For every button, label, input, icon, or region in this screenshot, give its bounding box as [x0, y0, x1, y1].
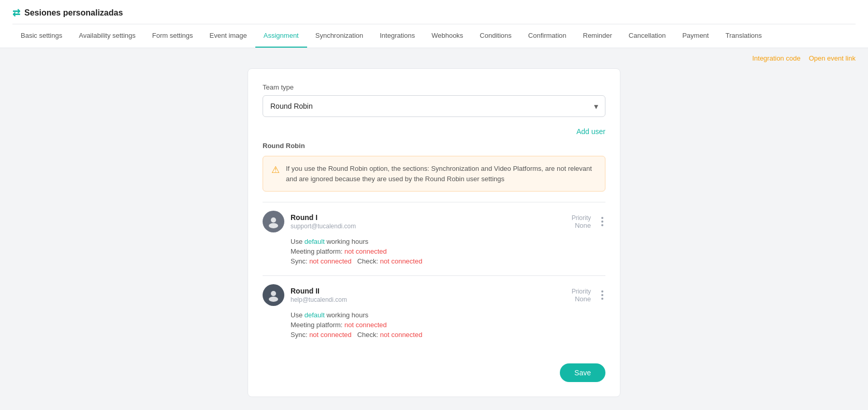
svg-point-0: [271, 217, 276, 223]
more-options-button-round-i[interactable]: [599, 215, 605, 228]
priority-label-round-i: Priority: [572, 214, 591, 222]
more-options-button-round-ii[interactable]: [599, 288, 605, 302]
user-right-round-ii: Priority None: [572, 288, 605, 303]
svg-point-3: [269, 297, 278, 302]
add-user-button[interactable]: Add user: [576, 127, 605, 136]
tab-event-image[interactable]: Event image: [201, 24, 255, 48]
working-hours-link-round-ii[interactable]: default: [305, 311, 325, 319]
svg-point-1: [269, 223, 278, 228]
save-button[interactable]: Save: [560, 363, 605, 382]
sync-check-row-round-i: Sync: not connected Check: not connected: [291, 257, 605, 265]
user-card-header-round-i: Round I support@tucalendi.com Priority N…: [263, 211, 605, 232]
integration-code-link[interactable]: Integration code: [752, 54, 800, 62]
user-details-round-i: Use default working hours Meeting platfo…: [263, 238, 605, 265]
tab-integrations[interactable]: Integrations: [371, 24, 423, 48]
check-status-round-ii: not connected: [380, 331, 423, 339]
user-info-round-i: Round I support@tucalendi.com: [291, 213, 356, 230]
tab-confirmation[interactable]: Confirmation: [520, 24, 575, 48]
tab-translations[interactable]: Translations: [717, 24, 770, 48]
team-type-label: Team type: [263, 83, 605, 91]
dot-icon: [601, 298, 603, 300]
sync-status-round-ii: not connected: [309, 331, 352, 339]
priority-block-round-ii: Priority None: [572, 288, 591, 303]
dot-icon: [601, 217, 603, 219]
priority-value-round-i: None: [572, 222, 591, 229]
add-user-row: Add user: [263, 127, 605, 136]
round-robin-section-title: Round Robin: [263, 142, 605, 150]
meeting-platform-row-round-ii: Meeting platform: not connected: [291, 321, 605, 329]
user-name-round-i: Round I: [291, 213, 356, 222]
user-card-round-i: Round I support@tucalendi.com Priority N…: [263, 202, 605, 275]
tab-webhooks[interactable]: Webhooks: [423, 24, 471, 48]
app-title: ⇄ Sesiones personalizadas: [12, 0, 856, 24]
save-row: Save: [263, 359, 605, 382]
priority-block-round-i: Priority None: [572, 214, 591, 229]
navigation-tabs: Basic settingsAvailability settingsForm …: [12, 24, 856, 48]
warning-box: ⚠ If you use the Round Robin option, the…: [263, 156, 605, 192]
user-card-header-round-ii: Round II help@tucalendi.com Priority Non…: [263, 284, 605, 306]
warning-icon: ⚠: [271, 164, 280, 175]
warning-text: If you use the Round Robin option, the s…: [286, 164, 597, 184]
user-right-round-i: Priority None: [572, 214, 605, 229]
app-title-text: Sesiones personalizadas: [24, 8, 123, 18]
dot-icon: [601, 294, 603, 296]
team-type-select-wrapper: Round Robin Fixed ▾: [263, 95, 605, 117]
working-hours-row-round-i: Use default working hours: [291, 238, 605, 245]
tab-payment[interactable]: Payment: [674, 24, 717, 48]
working-hours-row-round-ii: Use default working hours: [291, 311, 605, 319]
user-email-round-ii: help@tucalendi.com: [291, 296, 347, 303]
check-status-round-i: not connected: [380, 257, 423, 265]
user-email-round-i: support@tucalendi.com: [291, 223, 356, 230]
user-left-round-i: Round I support@tucalendi.com: [263, 211, 356, 232]
top-bar: ⇄ Sesiones personalizadas Basic settings…: [0, 0, 868, 48]
avatar-round-ii: [263, 284, 284, 306]
tab-form-settings[interactable]: Form settings: [144, 24, 201, 48]
action-bar: Integration code Open event link: [0, 48, 868, 68]
meeting-platform-row-round-i: Meeting platform: not connected: [291, 247, 605, 255]
tab-reminder[interactable]: Reminder: [575, 24, 620, 48]
user-card-round-ii: Round II help@tucalendi.com Priority Non…: [263, 275, 605, 349]
meeting-platform-status-round-i: not connected: [344, 247, 387, 255]
dot-icon: [601, 224, 603, 226]
tab-synchronization[interactable]: Synchronization: [307, 24, 372, 48]
team-type-select[interactable]: Round Robin Fixed: [263, 95, 605, 117]
tab-conditions[interactable]: Conditions: [471, 24, 519, 48]
assignment-card: Team type Round Robin Fixed ▾ Add user R…: [248, 68, 620, 397]
tab-basic-settings[interactable]: Basic settings: [12, 24, 70, 48]
user-info-round-ii: Round II help@tucalendi.com: [291, 287, 347, 303]
tab-cancellation[interactable]: Cancellation: [620, 24, 674, 48]
user-name-round-ii: Round II: [291, 287, 347, 295]
main-content: Team type Round Robin Fixed ▾ Add user R…: [0, 68, 868, 410]
meeting-platform-status-round-ii: not connected: [344, 321, 387, 329]
working-hours-link-round-i[interactable]: default: [305, 238, 325, 245]
tab-assignment[interactable]: Assignment: [255, 24, 307, 48]
dot-icon: [601, 290, 603, 292]
user-left-round-ii: Round II help@tucalendi.com: [263, 284, 347, 306]
dot-icon: [601, 221, 603, 223]
app-title-icon: ⇄: [12, 7, 20, 19]
sync-status-round-i: not connected: [309, 257, 352, 265]
svg-point-2: [271, 291, 276, 296]
tab-availability-settings[interactable]: Availability settings: [70, 24, 144, 48]
sync-check-row-round-ii: Sync: not connected Check: not connected: [291, 331, 605, 339]
priority-label-round-ii: Priority: [572, 288, 591, 295]
users-list: Round I support@tucalendi.com Priority N…: [263, 202, 605, 349]
user-details-round-ii: Use default working hours Meeting platfo…: [263, 311, 605, 339]
avatar-round-i: [263, 211, 284, 232]
open-event-link[interactable]: Open event link: [809, 54, 856, 62]
priority-value-round-ii: None: [572, 295, 591, 303]
